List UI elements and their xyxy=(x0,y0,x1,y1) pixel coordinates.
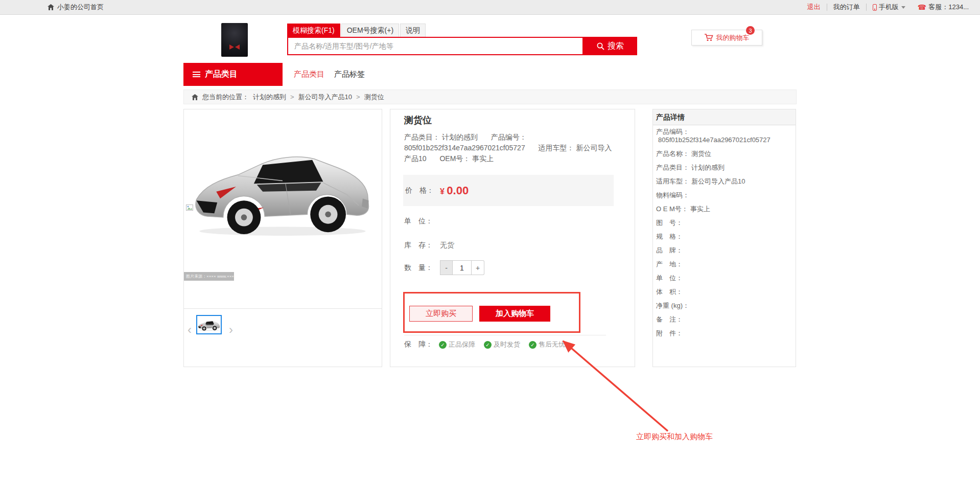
product-title: 测货位 xyxy=(404,114,432,126)
breadcrumb-prefix: 您当前的位置： xyxy=(202,93,249,102)
detail-field: 产品编码：805f01b252f314e7aa2967021cf05727 xyxy=(656,128,792,144)
thumb-prev-icon[interactable]: ‹ xyxy=(188,321,192,338)
customer-service[interactable]: ☎ 客服：1234... xyxy=(912,4,975,11)
breadcrumb-item-current: 测货位 xyxy=(364,93,384,102)
unit-row: 单 位： xyxy=(404,217,440,226)
hamburger-icon xyxy=(193,72,200,77)
store-logo[interactable] xyxy=(221,23,248,57)
product-details-panel: 产品详情 产品编码：805f01b252f314e7aa2967021cf057… xyxy=(652,109,796,367)
details-title: 产品详情 xyxy=(653,109,796,125)
car-thumb-image xyxy=(197,318,221,331)
site-home-label[interactable]: 小姜的公司首页 xyxy=(57,3,104,12)
home-icon xyxy=(48,4,54,10)
detail-field: 净重 (kg)： xyxy=(656,302,792,310)
detail-field: 体 积： xyxy=(656,288,792,296)
broken-image-icon xyxy=(186,205,193,211)
car-image xyxy=(189,135,377,239)
nav-tab-tags[interactable]: 产品标签 xyxy=(334,63,365,86)
qty-plus-button[interactable]: + xyxy=(472,260,484,275)
search-input[interactable] xyxy=(287,37,584,55)
chevron-down-icon xyxy=(901,6,905,9)
detail-field: 品 牌： xyxy=(656,246,792,255)
product-info: 测货位 产品类目： 计划的感到 产品编号： 805f01b252f314e7aa… xyxy=(390,109,635,367)
detail-field: 单 位： xyxy=(656,274,792,282)
annotation-rectangle xyxy=(403,292,580,333)
logo-bowtie-icon xyxy=(229,44,240,50)
category-menu-button[interactable]: 产品类目 xyxy=(183,63,283,86)
detail-field: 产品名称：测货位 xyxy=(656,150,792,158)
search-icon xyxy=(597,42,604,50)
logout-link[interactable]: 退出 xyxy=(801,4,827,11)
image-watermark: 图片来源：×××× www.×××× xyxy=(184,272,234,281)
qty-input[interactable] xyxy=(453,260,472,275)
product-meta: 产品类目： 计划的感到 产品编号： 805f01b252f314e7aa2967… xyxy=(404,132,614,164)
check-icon: ✓ xyxy=(439,341,447,349)
tab-oem-search[interactable]: OEM号搜索(+) xyxy=(341,24,399,37)
detail-field: 备 注： xyxy=(656,315,792,324)
quantity-stepper: - + xyxy=(440,260,484,275)
tab-help[interactable]: 说明 xyxy=(400,24,426,37)
price-value: ¥ 0.00 xyxy=(440,184,469,197)
breadcrumb: 您当前的位置： 计划的感到 > 新公司导入产品10 > 测货位 xyxy=(183,89,797,104)
my-orders-link[interactable]: 我的订单 xyxy=(827,4,866,11)
guarantee-item: ✓ 及时发货 xyxy=(484,340,520,349)
breadcrumb-item-model[interactable]: 新公司导入产品10 xyxy=(298,93,352,102)
main-product-image[interactable]: 图片来源：×××× www.×××× xyxy=(184,109,382,309)
quantity-row: 数 量： - + xyxy=(404,260,484,275)
check-icon: ✓ xyxy=(484,341,492,349)
tab-fuzzy-search[interactable]: 模糊搜索(F1) xyxy=(287,24,340,37)
guarantee-row: 保 障： ✓ 正品保障 ✓ 及时发货 ✓ 售后无忧 xyxy=(404,340,565,349)
detail-field: 适用车型：新公司导入产品10 xyxy=(656,177,792,186)
qty-minus-button[interactable]: - xyxy=(440,260,453,275)
nav-tab-category[interactable]: 产品类目 xyxy=(294,63,324,86)
breadcrumb-item-category[interactable]: 计划的感到 xyxy=(253,93,286,102)
telephone-icon: ☎ xyxy=(918,3,926,11)
mobile-version-link[interactable]: 手机版 xyxy=(866,4,912,11)
price-label: 价 格： xyxy=(405,186,434,195)
detail-field: 产品类目：计划的感到 xyxy=(656,164,792,172)
cart-count-badge: 3 xyxy=(746,26,755,35)
breadcrumb-separator: > xyxy=(290,93,294,101)
thumb-next-icon[interactable]: › xyxy=(229,321,233,338)
detail-field: 附 件： xyxy=(656,329,792,337)
thumbnail-selected[interactable] xyxy=(196,315,222,334)
breadcrumb-home-icon xyxy=(192,94,198,100)
thumbnail-strip: ‹ › xyxy=(184,309,382,367)
detail-field: 图 号： xyxy=(656,219,792,227)
annotation-text: 立即购买和加入购物车 xyxy=(636,432,713,442)
guarantee-item: ✓ 售后无忧 xyxy=(529,340,565,349)
product-gallery: 图片来源：×××× www.×××× ‹ › xyxy=(183,109,382,367)
topbar: 小姜的公司首页 退出 我的订单 手机版 ☎ 客服：1234... xyxy=(0,0,980,15)
detail-field: 物料编码： xyxy=(656,191,792,199)
detail-field: 产 地： xyxy=(656,260,792,268)
mobile-phone-icon xyxy=(873,4,877,11)
detail-field: 规 格： xyxy=(656,233,792,241)
price-bar: 价 格： ¥ 0.00 xyxy=(403,175,614,206)
stock-row: 库 存： 无货 xyxy=(404,241,454,250)
check-icon: ✓ xyxy=(529,341,536,349)
guarantee-item: ✓ 正品保障 xyxy=(439,340,475,349)
divider xyxy=(404,335,606,335)
detail-field: O E M号：事实上 xyxy=(656,205,792,213)
stock-value: 无货 xyxy=(440,241,454,250)
breadcrumb-separator: > xyxy=(356,93,360,101)
search-button[interactable]: 搜索 xyxy=(584,37,637,55)
search-tabs: 模糊搜索(F1) OEM号搜索(+) 说明 xyxy=(287,24,427,37)
page: 小姜的公司首页 退出 我的订单 手机版 ☎ 客服：1234... 模糊搜索(F1… xyxy=(0,0,980,498)
cart-icon xyxy=(705,34,713,41)
